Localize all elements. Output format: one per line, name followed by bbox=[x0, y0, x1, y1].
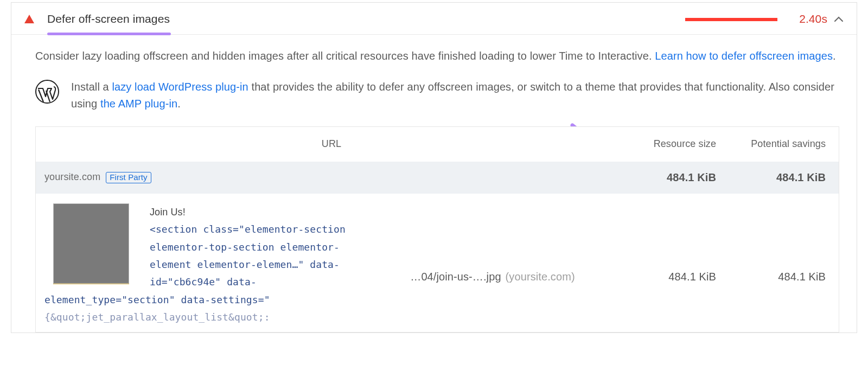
chevron-up-icon[interactable] bbox=[834, 16, 844, 22]
col-header-url: URL bbox=[44, 137, 618, 152]
details-table-wrap: URL Resource size Potential savings your… bbox=[35, 126, 839, 332]
table-header: URL Resource size Potential savings bbox=[36, 127, 839, 162]
resource-url: …04/join-us-….jpg (yoursite.com) bbox=[367, 203, 618, 285]
audit-title: Defer off-screen images bbox=[47, 12, 170, 25]
resource-path: …04/join-us-….jpg bbox=[410, 268, 501, 285]
stack-advice-text: Install a lazy load WordPress plug-in th… bbox=[71, 79, 839, 112]
audit-header[interactable]: Defer off-screen images 2.40s bbox=[11, 3, 857, 35]
image-thumbnail bbox=[53, 203, 129, 284]
sparkline-bar bbox=[685, 18, 777, 21]
lazy-load-plugin-link[interactable]: lazy load WordPress plug-in bbox=[112, 81, 248, 93]
details-table: URL Resource size Potential savings your… bbox=[35, 126, 839, 332]
resource-savings: 484.1 KiB bbox=[722, 203, 830, 285]
group-savings: 484.1 KiB bbox=[722, 169, 830, 186]
group-row: yoursite.com First Party 484.1 KiB 484.1… bbox=[36, 162, 839, 194]
stack-advice-row: Install a lazy load WordPress plug-in th… bbox=[35, 79, 839, 112]
amp-plugin-link[interactable]: the AMP plug-in bbox=[100, 98, 177, 110]
resource-size: 484.1 KiB bbox=[618, 203, 722, 285]
col-header-savings: Potential savings bbox=[722, 137, 830, 152]
group-host: yoursite.com bbox=[44, 170, 100, 185]
table-row: Join Us! <section class="elementor-secti… bbox=[36, 194, 839, 291]
annotation-underline bbox=[47, 33, 171, 35]
wordpress-icon bbox=[35, 80, 59, 104]
triangle-fail-icon bbox=[24, 15, 34, 23]
desc-text-pre: Consider lazy loading offscreen and hidd… bbox=[35, 50, 655, 62]
resource-origin: (yoursite.com) bbox=[506, 268, 575, 285]
audit-panel: Defer off-screen images 2.40s Consider l… bbox=[11, 2, 857, 333]
first-party-badge: First Party bbox=[106, 172, 151, 184]
audit-description: Consider lazy loading offscreen and hidd… bbox=[35, 48, 839, 65]
group-size: 484.1 KiB bbox=[618, 169, 722, 186]
learn-more-link[interactable]: Learn how to defer offscreen images bbox=[655, 50, 833, 62]
resource-snippet: Join Us! <section class="elementor-secti… bbox=[150, 203, 367, 291]
resource-snippet-overflow: element_type="section" data-settings=" {… bbox=[36, 291, 839, 332]
col-header-size: Resource size bbox=[618, 137, 722, 152]
audit-title-text: Defer off-screen images bbox=[47, 12, 170, 25]
resource-title: Join Us! bbox=[150, 203, 367, 221]
desc-text-post: . bbox=[833, 50, 836, 62]
audit-time: 2.40s bbox=[799, 12, 827, 25]
audit-body: Consider lazy loading offscreen and hidd… bbox=[11, 35, 857, 332]
